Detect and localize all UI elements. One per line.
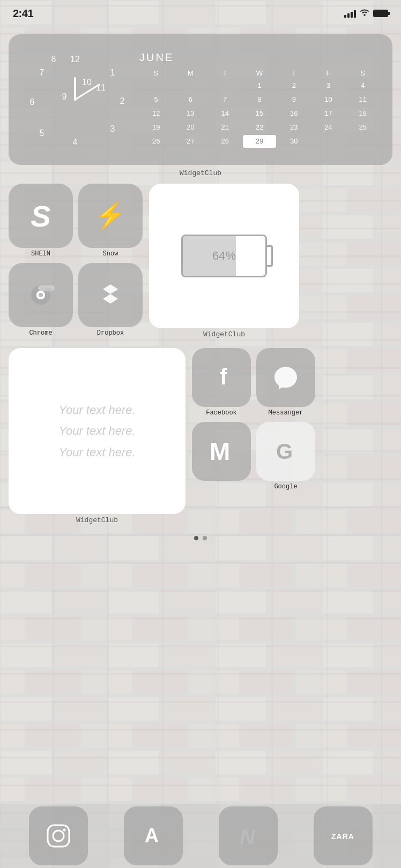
calendar-widget: JUNE S M T W T F S 1 2 3 4 5 6: [139, 51, 380, 148]
netflix-logo: N: [234, 822, 262, 850]
cal-day: 28: [209, 135, 242, 148]
svg-text:8: 8: [51, 55, 56, 64]
mcdonalds-logo: M: [207, 437, 235, 465]
svg-point-25: [63, 829, 65, 832]
facebook-icon[interactable]: f: [192, 348, 251, 407]
snow-icon[interactable]: ⚡: [78, 184, 143, 248]
svg-text:12: 12: [70, 55, 80, 64]
fb-msg-row: f Facebook Messanger: [192, 348, 315, 417]
svg-point-0: [363, 14, 366, 16]
svg-text:7: 7: [40, 68, 44, 77]
instagram-dock-icon[interactable]: [29, 806, 88, 865]
text-widget-placeholder: Your text here.Your text here.Your text …: [58, 399, 135, 463]
mcdonalds-item: M: [192, 422, 251, 490]
analog-clock: 12 1 2 3 4 5 6 7 8 9 10 11: [21, 46, 129, 153]
cal-header-s: S: [139, 68, 173, 78]
cal-day: 15: [243, 107, 276, 120]
cal-day: 3: [311, 79, 345, 92]
messenger-label: Messanger: [269, 409, 303, 417]
netflix-dock-icon[interactable]: N: [219, 806, 278, 865]
svg-text:G: G: [276, 440, 293, 463]
calendar-grid: S M T W T F S 1 2 3 4 5 6 7 8 9: [139, 68, 380, 148]
status-icons: [344, 8, 388, 19]
facebook-label: Facebook: [206, 409, 237, 417]
google-icon[interactable]: G: [256, 422, 315, 481]
svg-line-13: [75, 85, 99, 100]
shein-letter: S: [31, 199, 50, 233]
cal-day: 19: [139, 121, 173, 134]
svg-text:2: 2: [120, 96, 125, 105]
clock-calendar-widget[interactable]: 12 1 2 3 4 5 6 7 8 9 10 11 JUNE S M T: [9, 34, 392, 165]
page-dot-1: [194, 536, 198, 540]
app-battery-row: S SHEIN ⚡ Snow: [9, 184, 392, 345]
cal-day: 8: [243, 93, 276, 106]
app-row-top: S SHEIN ⚡ Snow: [9, 184, 143, 258]
chrome-icon[interactable]: [9, 263, 73, 327]
battery-widgetclub-label: WidgetClub: [203, 330, 245, 338]
text-widget-wrapper: Your text here.Your text here.Your text …: [9, 348, 185, 531]
chrome-label: Chrome: [29, 329, 52, 337]
dock: A N ZARA: [0, 804, 401, 868]
signal-bars-icon: [344, 9, 356, 18]
text-widgetclub-label: WidgetClub: [76, 516, 118, 524]
cal-day: 1: [243, 79, 276, 92]
cal-day: 5: [139, 93, 173, 106]
svg-text:1: 1: [110, 68, 115, 77]
dropbox-icon[interactable]: [78, 263, 143, 327]
cal-day: 26: [139, 135, 173, 148]
text-widget[interactable]: Your text here.Your text here.Your text …: [9, 348, 185, 514]
facebook-item: f Facebook: [192, 348, 251, 417]
mcdonalds-icon[interactable]: M: [192, 422, 251, 481]
svg-text:4: 4: [73, 138, 78, 147]
svg-point-17: [39, 293, 43, 297]
cal-day: 18: [346, 107, 380, 120]
right-apps-col: f Facebook Messanger: [192, 348, 315, 531]
shein-icon[interactable]: S: [9, 184, 73, 248]
battery-widget[interactable]: 64%: [149, 184, 299, 328]
cal-day: 14: [209, 107, 242, 120]
cal-day: 30: [277, 135, 310, 148]
cal-day: 20: [174, 121, 207, 134]
status-bar: 2:41: [0, 0, 401, 27]
cal-day: 17: [311, 107, 345, 120]
svg-text:10: 10: [82, 78, 92, 87]
svg-text:M: M: [210, 437, 230, 465]
wifi-icon: [359, 8, 370, 19]
svg-marker-18: [103, 284, 118, 304]
cal-day-today: 29: [243, 135, 276, 148]
mc-google-row: M G Google: [192, 422, 315, 490]
appstore-logo: A: [139, 822, 167, 850]
appstore-dock-icon[interactable]: A: [124, 806, 183, 865]
svg-text:11: 11: [96, 83, 106, 92]
cal-day: [346, 135, 380, 148]
messenger-icon[interactable]: [256, 348, 315, 407]
cal-day: 2: [277, 79, 310, 92]
battery-visual: 64%: [181, 235, 267, 277]
cal-day: 23: [277, 121, 310, 134]
cal-header-f: F: [311, 68, 345, 78]
cal-day: 6: [174, 93, 207, 106]
dropbox-app-item: Dropbox: [78, 263, 143, 337]
shein-label: SHEIN: [31, 250, 50, 258]
dropbox-logo: [95, 280, 125, 310]
messenger-logo: [272, 364, 299, 391]
cal-day: 24: [311, 121, 345, 134]
cal-day: [139, 79, 173, 92]
cal-header-m: M: [174, 68, 207, 78]
svg-text:f: f: [220, 364, 228, 389]
battery-widget-wrapper: 64% WidgetClub: [149, 184, 299, 345]
bottom-section: Your text here.Your text here.Your text …: [9, 348, 392, 531]
snow-label: Snow: [103, 250, 118, 258]
cal-header-w: W: [243, 68, 276, 78]
cal-day: [174, 79, 207, 92]
google-label: Google: [274, 483, 297, 490]
svg-text:ZARA: ZARA: [331, 832, 354, 841]
left-apps: S SHEIN ⚡ Snow: [9, 184, 143, 345]
battery-percent-text: 64%: [212, 249, 236, 263]
facebook-logo: f: [208, 364, 235, 391]
cal-day: 9: [277, 93, 310, 106]
zara-dock-icon[interactable]: ZARA: [314, 806, 373, 865]
cal-day: 11: [346, 93, 380, 106]
svg-text:5: 5: [40, 129, 44, 138]
app-row-bottom: Chrome Dropbox: [9, 263, 143, 337]
